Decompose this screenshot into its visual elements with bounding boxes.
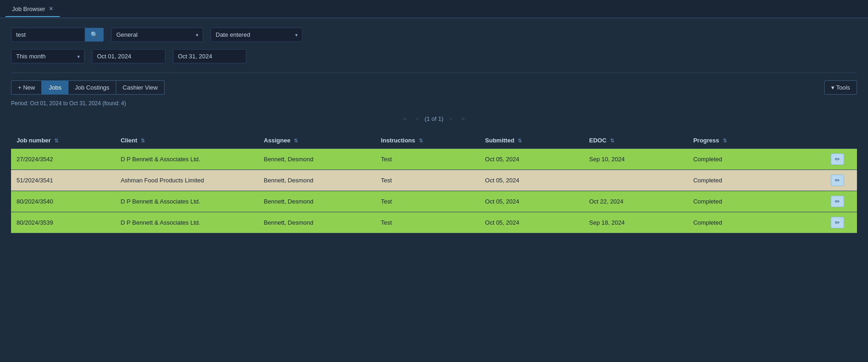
table-row: 27/2024/3542D P Bennett & Associates Ltd…	[11, 149, 857, 170]
cell-instructions: Test	[376, 149, 480, 170]
page-info: (1 of 1)	[424, 115, 443, 122]
cell-submitted: Oct 05, 2024	[480, 191, 583, 212]
cell-progress: Completed	[688, 149, 818, 170]
cell-edoc: Sep 10, 2024	[584, 149, 688, 170]
cell-edoc	[584, 170, 688, 191]
search-button[interactable]: 🔍	[85, 28, 104, 42]
cell-edoc: Sep 18, 2024	[584, 212, 688, 233]
date-select[interactable]: Date entered Date submitted Date complet…	[211, 28, 303, 42]
cell-client: Ashman Food Products Limited	[115, 170, 258, 191]
cell-assignee: Bennett, Desmond	[258, 149, 376, 170]
cell-client: D P Bennett & Associates Ltd.	[115, 212, 258, 233]
edit-button[interactable]: ✏	[831, 217, 844, 228]
cell-action: ✏	[818, 212, 857, 233]
cell-assignee: Bennett, Desmond	[258, 170, 376, 191]
col-header-job-number[interactable]: Job number ⇅	[11, 132, 115, 149]
edit-button[interactable]: ✏	[831, 175, 844, 186]
cell-assignee: Bennett, Desmond	[258, 212, 376, 233]
toolbar-left: + New Jobs Job Costings Cashier View	[11, 80, 165, 95]
period-select-wrapper: This month Last month This year Custom ▾	[11, 49, 85, 63]
cell-assignee: Bennett, Desmond	[258, 191, 376, 212]
close-icon[interactable]: ✕	[49, 6, 53, 12]
jobs-table: Job number ⇅ Client ⇅ Assignee ⇅ Instruc…	[11, 132, 857, 233]
col-header-assignee[interactable]: Assignee ⇅	[258, 132, 376, 149]
sort-icon-progress: ⇅	[723, 138, 727, 143]
search-wrapper: 🔍	[11, 28, 104, 42]
sort-icon-assignee: ⇅	[294, 138, 298, 143]
divider	[11, 73, 857, 73]
new-button[interactable]: + New	[11, 80, 42, 95]
cell-action: ✏	[818, 170, 857, 191]
col-header-client[interactable]: Client ⇅	[115, 132, 258, 149]
cell-progress: Completed	[688, 170, 818, 191]
edit-button[interactable]: ✏	[831, 196, 844, 207]
cell-submitted: Oct 05, 2024	[480, 149, 583, 170]
general-select-wrapper: General All Active Inactive ▾	[111, 28, 203, 42]
date-from-input[interactable]	[92, 49, 166, 63]
cell-submitted: Oct 05, 2024	[480, 212, 583, 233]
cell-client: D P Bennett & Associates Ltd.	[115, 149, 258, 170]
cashier-view-button[interactable]: Cashier View	[116, 80, 165, 95]
cell-job_number: 51/2024/3541	[11, 170, 115, 191]
col-header-action	[818, 132, 857, 149]
filter-row-2: This month Last month This year Custom ▾	[11, 49, 857, 63]
sort-icon-job: ⇅	[54, 138, 58, 143]
cell-client: D P Bennett & Associates Ltd.	[115, 191, 258, 212]
cell-action: ✏	[818, 191, 857, 212]
cell-submitted: Oct 05, 2024	[480, 170, 583, 191]
col-header-submitted[interactable]: Submitted ⇅	[480, 132, 583, 149]
period-info: Period: Oct 01, 2024 to Oct 31, 2024 (fo…	[11, 100, 857, 107]
edit-button[interactable]: ✏	[831, 153, 844, 165]
tools-button[interactable]: ▾ Tools	[824, 80, 857, 95]
col-header-instructions[interactable]: Instructions ⇅	[376, 132, 480, 149]
job-costings-button[interactable]: Job Costings	[69, 80, 116, 95]
sort-icon-submitted: ⇅	[518, 138, 522, 143]
job-browser-tab[interactable]: Job Browser ✕	[6, 2, 60, 17]
table-header: Job number ⇅ Client ⇅ Assignee ⇅ Instruc…	[11, 132, 857, 149]
table-row: 51/2024/3541Ashman Food Products Limited…	[11, 170, 857, 191]
cell-job_number: 80/2024/3539	[11, 212, 115, 233]
tab-bar: Job Browser ✕	[0, 0, 868, 18]
col-header-edoc[interactable]: EDOC ⇅	[584, 132, 688, 149]
cell-instructions: Test	[376, 170, 480, 191]
cell-job_number: 80/2024/3540	[11, 191, 115, 212]
pagination: « ‹ (1 of 1) › »	[11, 114, 857, 123]
cell-instructions: Test	[376, 212, 480, 233]
search-input[interactable]	[11, 28, 85, 42]
table-row: 80/2024/3540D P Bennett & Associates Ltd…	[11, 191, 857, 212]
date-select-wrapper: Date entered Date submitted Date complet…	[211, 28, 303, 42]
first-page-button[interactable]: «	[400, 114, 410, 123]
next-page-button[interactable]: ›	[447, 114, 455, 123]
cell-progress: Completed	[688, 191, 818, 212]
cell-edoc: Oct 22, 2024	[584, 191, 688, 212]
sort-icon-instructions: ⇅	[419, 138, 423, 143]
cell-instructions: Test	[376, 191, 480, 212]
cell-progress: Completed	[688, 212, 818, 233]
main-content: 🔍 General All Active Inactive ▾ Date ent…	[0, 18, 868, 362]
sort-icon-edoc: ⇅	[610, 138, 614, 143]
toolbar: + New Jobs Job Costings Cashier View ▾ T…	[11, 80, 857, 95]
date-to-input[interactable]	[173, 49, 246, 63]
tab-label: Job Browser	[12, 6, 45, 12]
period-select[interactable]: This month Last month This year Custom	[11, 49, 85, 63]
last-page-button[interactable]: »	[458, 114, 468, 123]
col-header-progress[interactable]: Progress ⇅	[688, 132, 818, 149]
cell-job_number: 27/2024/3542	[11, 149, 115, 170]
sort-icon-client: ⇅	[141, 138, 145, 143]
prev-page-button[interactable]: ‹	[413, 114, 421, 123]
filter-row-1: 🔍 General All Active Inactive ▾ Date ent…	[11, 28, 857, 42]
table-body: 27/2024/3542D P Bennett & Associates Ltd…	[11, 149, 857, 233]
general-select[interactable]: General All Active Inactive	[111, 28, 203, 42]
table-row: 80/2024/3539D P Bennett & Associates Ltd…	[11, 212, 857, 233]
jobs-tab-button[interactable]: Jobs	[42, 80, 68, 95]
cell-action: ✏	[818, 149, 857, 170]
